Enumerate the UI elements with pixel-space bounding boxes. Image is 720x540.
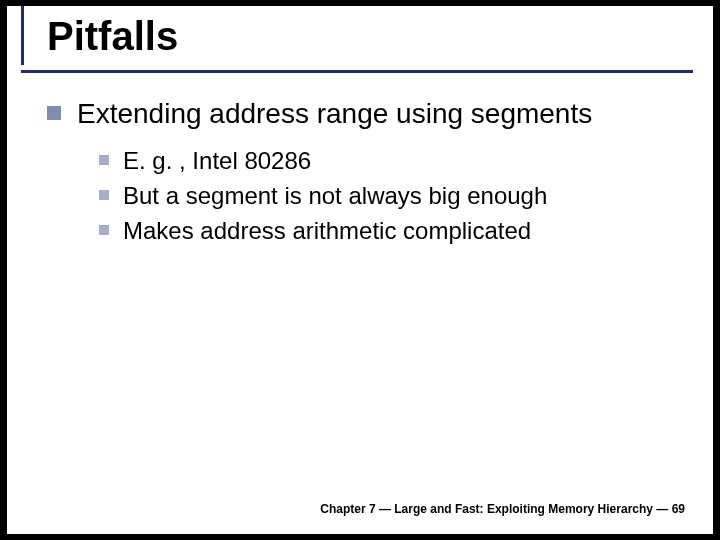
square-bullet-icon: [99, 190, 109, 200]
bullet-level1: Extending address range using segments: [47, 96, 683, 131]
level2-text: Makes address arithmetic complicated: [123, 215, 531, 246]
title-underline: [21, 70, 693, 73]
square-bullet-icon: [99, 225, 109, 235]
slide: Pitfalls Extending address range using s…: [7, 6, 713, 534]
slide-title: Pitfalls: [47, 14, 693, 67]
content-area: Extending address range using segments E…: [47, 96, 683, 251]
level2-text: But a segment is not always big enough: [123, 180, 547, 211]
bullet-level2: But a segment is not always big enough: [99, 180, 683, 211]
level2-group: E. g. , Intel 80286 But a segment is not…: [99, 145, 683, 247]
bullet-level2: E. g. , Intel 80286: [99, 145, 683, 176]
title-left-bar: [21, 6, 24, 65]
square-bullet-icon: [47, 106, 61, 120]
title-area: Pitfalls: [47, 14, 693, 67]
square-bullet-icon: [99, 155, 109, 165]
footer-text: Chapter 7 — Large and Fast: Exploiting M…: [320, 502, 685, 516]
level1-text: Extending address range using segments: [77, 96, 592, 131]
bullet-level2: Makes address arithmetic complicated: [99, 215, 683, 246]
level2-text: E. g. , Intel 80286: [123, 145, 311, 176]
